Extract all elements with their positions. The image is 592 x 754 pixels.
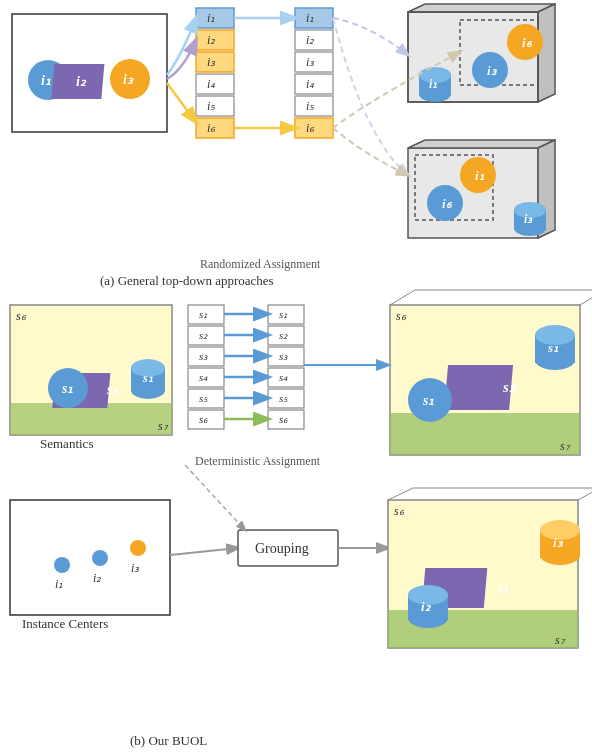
svg-text:s₂: s₂ (502, 379, 517, 395)
svg-rect-72 (188, 347, 224, 366)
svg-text:i₃: i₃ (524, 212, 533, 226)
svg-text:i₆: i₆ (306, 121, 315, 135)
svg-text:s₄: s₄ (199, 371, 208, 383)
svg-rect-76 (188, 389, 224, 408)
svg-marker-14 (408, 140, 555, 148)
svg-rect-90 (268, 410, 304, 429)
svg-rect-82 (268, 326, 304, 345)
3d-box-1: i₆ i₃ i₁ (408, 4, 555, 102)
3d-box-2: i₁ i₆ i₃ (408, 140, 555, 238)
svg-rect-126 (422, 568, 487, 608)
svg-rect-115 (388, 500, 578, 648)
svg-rect-88 (268, 389, 304, 408)
svg-rect-31 (196, 74, 234, 94)
svg-rect-3 (408, 12, 538, 102)
svg-text:i₄: i₄ (207, 77, 215, 91)
svg-rect-25 (196, 8, 234, 28)
title-b-text: (b) Our BUOL (130, 733, 207, 748)
svg-text:s₇: s₇ (555, 633, 566, 647)
svg-rect-49 (12, 14, 167, 132)
svg-rect-123 (540, 530, 580, 558)
svg-point-17 (460, 157, 496, 193)
svg-rect-57 (10, 403, 172, 435)
svg-rect-10 (419, 75, 451, 95)
svg-line-96 (390, 290, 415, 305)
svg-text:i₃: i₃ (487, 63, 498, 78)
svg-rect-13 (408, 148, 538, 238)
svg-rect-56 (10, 305, 172, 435)
svg-text:i₁: i₁ (207, 11, 215, 25)
svg-text:s₂: s₂ (279, 329, 288, 341)
svg-rect-64 (52, 373, 110, 408)
svg-point-99 (535, 350, 575, 370)
svg-text:s₂: s₂ (199, 329, 208, 341)
svg-marker-2 (538, 4, 555, 102)
svg-text:i₄: i₄ (306, 77, 314, 91)
svg-line-117 (388, 488, 413, 500)
svg-text:i₃: i₃ (553, 535, 564, 550)
svg-rect-4 (460, 20, 538, 85)
svg-text:i₁: i₁ (475, 168, 485, 183)
svg-text:i₃: i₃ (123, 72, 134, 87)
svg-point-9 (419, 86, 451, 102)
svg-rect-78 (188, 410, 224, 429)
centers-label: Instance Centers (22, 616, 108, 631)
svg-rect-100 (535, 335, 575, 363)
svg-text:i₃: i₃ (207, 55, 216, 69)
svg-point-19 (427, 185, 463, 221)
svg-point-122 (540, 545, 580, 565)
svg-rect-33 (196, 96, 234, 116)
svg-line-97 (580, 290, 592, 305)
svg-rect-61 (131, 368, 165, 391)
diagram-svg: i₆ i₃ i₁ i₁ i₆ (0, 0, 592, 754)
svg-text:s₃: s₃ (279, 350, 288, 362)
svg-text:i₁: i₁ (498, 580, 509, 596)
svg-rect-45 (295, 96, 333, 116)
svg-rect-114 (238, 530, 338, 566)
svg-text:i₃: i₃ (306, 55, 315, 69)
svg-text:s₆: s₆ (199, 413, 208, 425)
svg-text:i₂: i₂ (306, 33, 315, 47)
svg-point-108 (54, 557, 70, 573)
svg-text:i₁: i₁ (55, 577, 63, 591)
svg-text:i₁: i₁ (306, 11, 314, 25)
det-assign-text: Deterministic Assignment (195, 454, 321, 468)
svg-text:s₁: s₁ (199, 308, 207, 320)
svg-text:s₆: s₆ (279, 413, 288, 425)
svg-point-11 (419, 67, 451, 83)
main-container: { "title": "BUOL Method Diagram", "secti… (0, 0, 592, 754)
svg-text:i₆: i₆ (522, 35, 533, 50)
svg-text:s₆: s₆ (16, 309, 27, 323)
title-a-text: (a) General top-down approaches (100, 273, 274, 288)
svg-rect-37 (295, 8, 333, 28)
grouping-label: Grouping (255, 541, 309, 556)
svg-marker-1 (408, 4, 555, 12)
svg-point-54 (110, 59, 150, 99)
svg-rect-35 (196, 118, 234, 138)
svg-text:s₁: s₁ (422, 393, 434, 408)
svg-point-50 (28, 60, 68, 100)
svg-text:s₂: s₂ (106, 382, 119, 397)
svg-text:s₄: s₄ (279, 371, 288, 383)
svg-text:s₁: s₁ (547, 340, 559, 355)
svg-rect-93 (390, 413, 580, 455)
svg-text:s₆: s₆ (394, 504, 405, 518)
svg-rect-29 (196, 52, 234, 72)
svg-point-21 (514, 220, 546, 236)
svg-point-110 (92, 550, 108, 566)
svg-point-128 (408, 608, 448, 628)
svg-text:s₇: s₇ (560, 439, 571, 453)
svg-rect-16 (415, 155, 493, 220)
svg-point-66 (48, 368, 88, 408)
svg-text:i₂: i₂ (207, 33, 216, 47)
svg-rect-86 (268, 368, 304, 387)
svg-point-112 (130, 540, 146, 556)
svg-text:i₂: i₂ (421, 599, 432, 614)
svg-rect-39 (295, 30, 333, 50)
svg-text:s₆: s₆ (396, 309, 407, 323)
svg-point-101 (535, 325, 575, 345)
svg-point-105 (408, 378, 452, 422)
svg-text:s₃: s₃ (199, 350, 208, 362)
svg-rect-107 (10, 500, 170, 615)
svg-rect-22 (514, 210, 546, 230)
